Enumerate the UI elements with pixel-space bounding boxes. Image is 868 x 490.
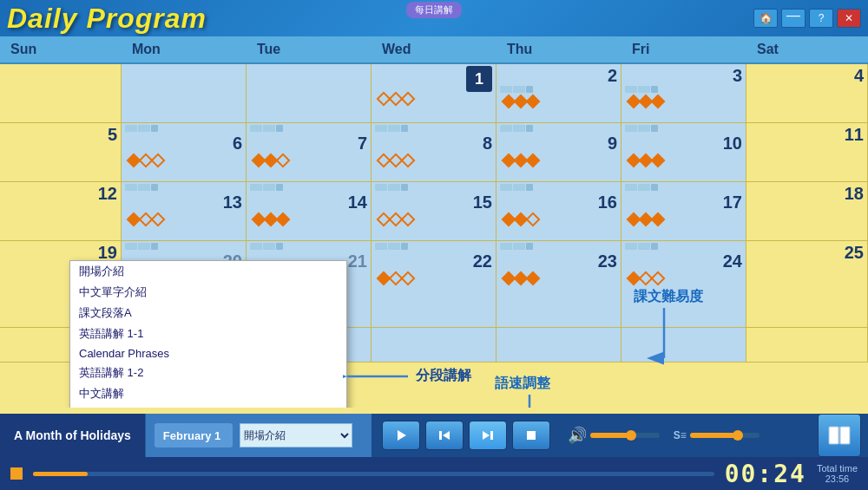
calendar-header: Sun Mon Tue Wed Thu Fri Sat <box>0 36 868 64</box>
svg-rect-9 <box>829 427 838 444</box>
date-22: 22 <box>473 252 492 271</box>
calendar-week-3: 12 13 14 <box>0 182 868 241</box>
date-21: 21 <box>348 252 367 271</box>
diamond-filled <box>651 95 666 109</box>
close-button[interactable]: ✕ <box>837 9 861 28</box>
saturday-header: Sat <box>746 36 868 62</box>
calendar-area: Sun Mon Tue Wed Thu Fri Sat 1 <box>0 36 868 408</box>
volume-slider[interactable] <box>590 433 660 438</box>
dropdown-item-5[interactable]: 英語講解 1-2 <box>70 363 346 383</box>
date-display: February 1 <box>155 423 233 448</box>
tuesday-header: Tue <box>247 36 372 62</box>
date-lesson-area: February 1 開場介紹 <box>146 414 372 457</box>
cell-thu-2[interactable]: 2 <box>496 64 621 122</box>
dropdown-item-1[interactable]: 中文單字介紹 <box>70 282 346 303</box>
month-label: A Month of Holidays <box>0 414 146 457</box>
cell-sun-12[interactable]: 12 <box>0 182 122 240</box>
dropdown-item-2[interactable]: 課文段落A <box>70 303 346 323</box>
volume-knob[interactable] <box>626 430 636 441</box>
timer-display: 00:24 <box>725 460 806 488</box>
cell-wed-22[interactable]: 22 <box>372 241 496 327</box>
app-title: Daily Program <box>7 3 207 35</box>
speed-control: S≡ <box>667 429 766 441</box>
book-button[interactable] <box>818 414 861 457</box>
date-12: 12 <box>98 184 117 204</box>
diamond-filled <box>526 95 541 109</box>
date-6: 6 <box>233 134 242 154</box>
date-16: 16 <box>598 193 617 212</box>
svg-rect-7 <box>490 431 493 440</box>
svg-marker-3 <box>398 430 406 441</box>
bundan-annotation: 分段講解 <box>343 366 471 387</box>
date-2: 2 <box>608 66 617 86</box>
cell-tue-7[interactable]: 7 <box>247 123 372 181</box>
playback-controls <box>372 421 561 450</box>
dropdown-item-6[interactable]: 中文講解 <box>70 383 346 404</box>
sunday-header: Sun <box>0 36 122 62</box>
home-button[interactable]: 🏠 <box>753 9 778 28</box>
cell-sat-18[interactable]: 18 <box>746 182 868 240</box>
cell-sat-11[interactable]: 11 <box>746 123 868 181</box>
cell-thu-empty-2 <box>496 328 621 362</box>
wednesday-header: Wed <box>372 36 496 62</box>
cell-sun-5[interactable]: 5 <box>0 123 122 181</box>
dropdown-item-3[interactable]: 英語講解 1-1 <box>70 323 346 344</box>
cell-fri-17[interactable]: 17 <box>621 182 746 240</box>
cell-mon-empty <box>122 64 247 122</box>
speed-slider[interactable] <box>690 433 760 438</box>
cell-fri-24[interactable]: 24 <box>621 241 746 327</box>
stop-button[interactable] <box>512 421 550 450</box>
help-button[interactable]: ? <box>809 9 833 28</box>
progress-bar[interactable] <box>33 472 714 476</box>
dropdown-item-4[interactable]: Calendar Phrases <box>70 344 346 363</box>
lesson-select[interactable]: 開場介紹 <box>240 423 352 448</box>
diamond-empty <box>401 92 416 107</box>
controls-row: A Month of Holidays February 1 開場介紹 <box>0 414 868 457</box>
svg-rect-10 <box>840 427 850 444</box>
cell-mon-6[interactable]: 6 <box>122 123 247 181</box>
cell-sat-4[interactable]: 4 <box>746 64 868 122</box>
forward-button[interactable] <box>469 421 507 450</box>
svg-marker-6 <box>483 431 490 440</box>
svg-rect-5 <box>439 431 442 440</box>
cell-wed-1[interactable]: 1 <box>372 64 496 122</box>
progress-row: 00:24 Total time 23:56 <box>0 457 868 490</box>
speed-icon: S≡ <box>674 429 687 441</box>
cell-tue-empty <box>247 64 372 122</box>
cell-fri-3[interactable]: 3 <box>621 64 746 122</box>
header: Daily Program 每日講解 🏠 — ? ✕ <box>0 0 868 36</box>
cell-thu-9[interactable]: 9 <box>496 123 621 181</box>
cell-thu-23[interactable]: 23 <box>496 241 621 327</box>
cell-mon-13[interactable]: 13 <box>122 182 247 240</box>
volume-icon: 🔊 <box>568 426 587 445</box>
friday-header: Fri <box>621 36 746 62</box>
lesson-dropdown-menu[interactable]: 開場介紹 中文單字介紹 課文段落A 英語講解 1-1 Calendar Phra… <box>69 260 347 408</box>
diamonds-wed-1 <box>375 92 492 106</box>
cell-tue-14[interactable]: 14 <box>247 182 372 240</box>
back-button[interactable] <box>425 421 464 450</box>
cell-wed-15[interactable]: 15 <box>372 182 496 240</box>
cell-fri-10[interactable]: 10 <box>621 123 746 181</box>
date-18: 18 <box>845 184 864 204</box>
minimize-button[interactable]: — <box>781 9 806 28</box>
date-11: 11 <box>845 125 864 145</box>
date-24: 24 <box>723 252 742 271</box>
cell-wed-empty-2 <box>372 328 496 362</box>
speed-knob[interactable] <box>733 430 743 441</box>
play-button[interactable] <box>382 421 420 450</box>
date-7: 7 <box>358 134 367 154</box>
bottom-section: A Month of Holidays February 1 開場介紹 <box>0 414 868 490</box>
date-10: 10 <box>723 134 742 154</box>
date-15: 15 <box>473 193 492 212</box>
cell-sun-empty <box>0 64 122 122</box>
total-time: Total time 23:56 <box>817 463 858 484</box>
cell-fri-empty-2 <box>621 328 746 362</box>
date-3: 3 <box>733 66 742 86</box>
progress-dot <box>10 467 23 480</box>
dropdown-item-7[interactable]: 英語講解 1-3 <box>70 404 346 408</box>
cell-sat-25[interactable]: 25 <box>746 241 868 327</box>
dropdown-item-0[interactable]: 開場介紹 <box>70 261 346 282</box>
cell-wed-8[interactable]: 8 <box>372 123 496 181</box>
cell-thu-16[interactable]: 16 <box>496 182 621 240</box>
date-4: 4 <box>854 66 864 86</box>
